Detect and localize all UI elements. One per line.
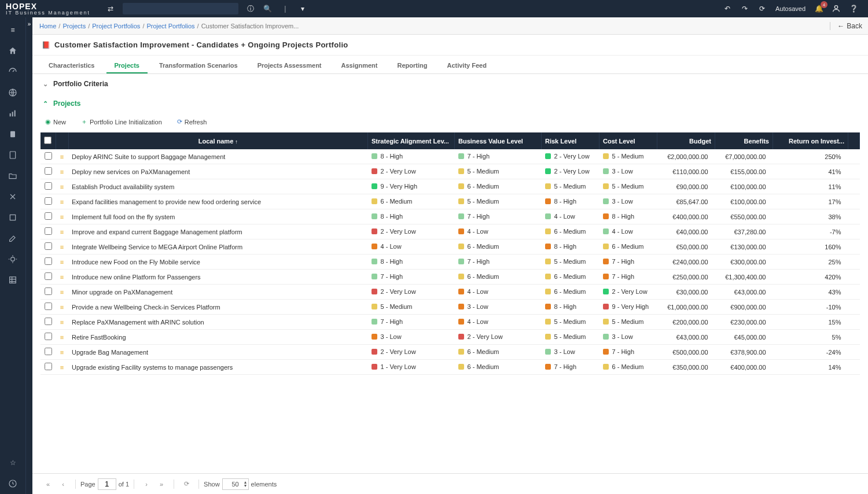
page-input[interactable] xyxy=(98,478,116,490)
section-portfolio-criteria[interactable]: ⌄ Portfolio Criteria xyxy=(32,74,868,94)
crumb-1[interactable]: Projects xyxy=(62,23,86,30)
col-header[interactable]: Return on Invest... xyxy=(773,132,848,149)
select-all-checkbox[interactable] xyxy=(44,137,52,144)
cell-benefits: €400,000.00 xyxy=(715,360,773,375)
row-checkbox[interactable] xyxy=(45,318,52,325)
box-icon[interactable] xyxy=(5,209,21,226)
user-icon[interactable] xyxy=(830,2,843,15)
table-row[interactable]: ≡Deploy ARINC Suite to support Baggage M… xyxy=(41,149,860,164)
col-header[interactable] xyxy=(848,132,860,149)
info-icon[interactable]: ⓘ xyxy=(244,2,257,15)
col-header[interactable] xyxy=(41,132,56,149)
col-header[interactable]: Business Value Level xyxy=(455,132,542,149)
chart-icon[interactable] xyxy=(5,105,21,121)
table-row[interactable]: ≡Upgrade existing Facility systems to ma… xyxy=(41,360,860,375)
sync-icon[interactable]: ⟳ xyxy=(756,2,768,15)
back-button[interactable]: ←Back xyxy=(830,22,862,30)
tab-projects-assessment[interactable]: Projects Assessment xyxy=(249,58,330,73)
pager-next-icon[interactable]: › xyxy=(140,478,153,491)
col-header[interactable]: Local name↑ xyxy=(68,132,368,149)
init-button[interactable]: ＋Portfolio Line Initialization xyxy=(76,116,167,128)
cell-sa: 2 - Very Low xyxy=(368,345,455,360)
cell-benefits: €230,000.00 xyxy=(715,315,773,330)
crumb-2[interactable]: Project Portfolios xyxy=(92,23,140,30)
page-size-select[interactable]: 50▴▾ xyxy=(222,478,249,490)
swap-icon[interactable]: ⇄ xyxy=(104,2,117,15)
table-row[interactable]: ≡Expand facilities management to provide… xyxy=(41,194,860,209)
section-projects[interactable]: ⌃ Projects xyxy=(32,94,868,113)
col-header[interactable]: Risk Level xyxy=(542,132,599,149)
table-row[interactable]: ≡Upgrade Bag Management2 - Very Low6 - M… xyxy=(41,345,860,360)
star-icon[interactable]: ☆ xyxy=(5,455,21,471)
bug-icon[interactable] xyxy=(5,251,21,267)
refresh-button[interactable]: ⟳Refresh xyxy=(172,116,212,127)
pager-prev-icon[interactable]: ‹ xyxy=(57,478,69,491)
tools-icon[interactable] xyxy=(5,189,21,205)
pager-first-icon[interactable]: « xyxy=(42,478,54,491)
search-input[interactable] xyxy=(123,3,238,14)
row-checkbox[interactable] xyxy=(45,272,52,280)
search-icon[interactable]: 🔍 xyxy=(262,2,274,15)
tab-assignment[interactable]: Assignment xyxy=(333,58,386,73)
document-icon[interactable] xyxy=(5,147,21,163)
table-icon[interactable] xyxy=(5,272,21,288)
table-row[interactable]: ≡Retire FastBooking3 - Low2 - Very Low5 … xyxy=(41,330,860,345)
col-header[interactable]: Budget xyxy=(657,132,715,149)
table-row[interactable]: ≡Implement full food on the fly system8 … xyxy=(41,209,860,224)
cell-benefits: €100,000.00 xyxy=(715,194,773,209)
row-checkbox[interactable] xyxy=(45,242,52,250)
row-checkbox[interactable] xyxy=(45,348,52,355)
row-checkbox[interactable] xyxy=(45,333,52,340)
dropdown-icon[interactable]: ▾ xyxy=(296,2,309,15)
row-checkbox[interactable] xyxy=(45,152,52,160)
device-icon[interactable] xyxy=(5,126,21,142)
menu-icon[interactable]: ≡ xyxy=(5,22,21,38)
help-icon[interactable]: ❔ xyxy=(847,2,860,15)
folder-icon[interactable] xyxy=(5,168,21,184)
table-row[interactable]: ≡Integrate Wellbeing Service to MEGA Air… xyxy=(41,239,860,255)
col-header[interactable]: Cost Level xyxy=(599,132,657,149)
tab-reporting[interactable]: Reporting xyxy=(389,58,435,73)
home-icon[interactable] xyxy=(5,43,21,59)
row-checkbox[interactable] xyxy=(45,363,52,370)
tab-projects[interactable]: Projects xyxy=(106,58,148,73)
pager-last-icon[interactable]: » xyxy=(155,478,168,491)
col-header[interactable]: Strategic Alignment Lev... xyxy=(368,132,455,149)
crumb-3[interactable]: Project Portfolios xyxy=(146,23,194,30)
globe-icon[interactable] xyxy=(5,84,21,101)
table-row[interactable]: ≡Replace PaXManagement with ARINC soluti… xyxy=(41,315,860,330)
table-row[interactable]: ≡Minor upgrade on PaXManagement2 - Very … xyxy=(41,285,860,300)
tab-characteristics[interactable]: Characteristics xyxy=(41,58,103,73)
row-checkbox[interactable] xyxy=(45,227,52,235)
cell-benefits: €550,000.00 xyxy=(715,209,773,224)
dashboard-icon[interactable] xyxy=(5,64,21,80)
cell-roi: 250% xyxy=(773,149,848,164)
col-header[interactable] xyxy=(56,132,68,149)
crumb-home[interactable]: Home xyxy=(39,23,56,30)
edit-icon[interactable] xyxy=(5,230,21,246)
row-checkbox[interactable] xyxy=(45,303,52,310)
tab-transformation-scenarios[interactable]: Transformation Scenarios xyxy=(151,58,246,73)
table-row[interactable]: ≡Introduce new Food on the Fly Mobile se… xyxy=(41,255,860,270)
col-header[interactable]: Benefits xyxy=(715,132,773,149)
row-checkbox[interactable] xyxy=(45,167,52,175)
cell-budget: €250,000.00 xyxy=(657,270,715,285)
table-row[interactable]: ≡Establish Product availability system9 … xyxy=(41,179,860,194)
pager-refresh-icon[interactable]: ⟳ xyxy=(180,478,193,491)
table-row[interactable]: ≡Improve and expand current Baggage Mana… xyxy=(41,224,860,239)
redo-icon[interactable]: ↷ xyxy=(738,2,751,15)
undo-icon[interactable]: ↶ xyxy=(721,2,734,15)
row-checkbox[interactable] xyxy=(45,212,52,220)
row-checkbox[interactable] xyxy=(45,182,52,190)
tab-activity-feed[interactable]: Activity Feed xyxy=(439,58,494,73)
row-checkbox[interactable] xyxy=(45,257,52,265)
row-checkbox[interactable] xyxy=(45,197,52,205)
table-row[interactable]: ≡Introduce new online Platform for Passe… xyxy=(41,270,860,285)
new-button[interactable]: ◉New xyxy=(41,116,71,127)
notifications-icon[interactable]: 🔔4 xyxy=(812,2,825,15)
table-row[interactable]: ≡Provide a new Wellbeing Check-in Servic… xyxy=(41,300,860,315)
subrail-expand[interactable]: » xyxy=(25,17,32,494)
table-row[interactable]: ≡Deploy new services on PaXManagement2 -… xyxy=(41,164,860,179)
row-checkbox[interactable] xyxy=(45,287,52,295)
clock-icon[interactable] xyxy=(5,475,21,492)
